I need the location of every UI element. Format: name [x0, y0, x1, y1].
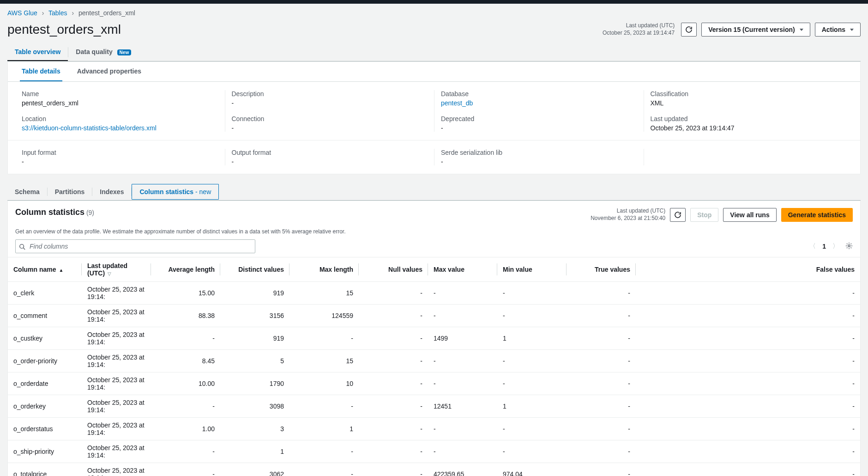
- cell-avg: -: [151, 327, 220, 350]
- detail-classification-value: XML: [651, 99, 847, 107]
- col-min-value-header[interactable]: Min value: [497, 257, 567, 282]
- table-row[interactable]: o_order-priorityOctober 25, 2023 at 19:1…: [8, 350, 860, 372]
- cell-name: o_order-priority: [8, 350, 82, 372]
- search-input[interactable]: [15, 239, 255, 253]
- breadcrumb-current: pentest_orders_xml: [78, 9, 135, 17]
- section-tab-column-statistics[interactable]: Column statistics - new: [132, 184, 219, 200]
- col-name-header[interactable]: Column name▲: [8, 257, 82, 282]
- cell-avg: 10.00: [151, 372, 220, 395]
- cell-maxv: -: [428, 418, 497, 440]
- breadcrumb-root[interactable]: AWS Glue: [7, 9, 37, 17]
- cell-minv: 1: [497, 395, 567, 418]
- breadcrumb: AWS Glue › Tables › pentest_orders_xml: [7, 4, 861, 20]
- col-false-header[interactable]: False values: [636, 257, 860, 282]
- table-row[interactable]: o_orderstatusOctober 25, 2023 at 19:14:1…: [8, 418, 860, 440]
- view-all-runs-button[interactable]: View all runs: [723, 208, 776, 222]
- cell-true: -: [567, 350, 636, 372]
- detail-connection-label: Connection: [232, 115, 428, 122]
- table-row[interactable]: o_custkeyOctober 25, 2023 at 19:14:-919-…: [8, 327, 860, 350]
- chevron-right-icon: ›: [42, 9, 44, 17]
- new-badge: New: [117, 49, 132, 55]
- cell-minv: -: [497, 372, 567, 395]
- cell-maxv: 1499: [428, 327, 497, 350]
- cell-null: -: [359, 418, 428, 440]
- cell-name: o_clerk: [8, 282, 82, 305]
- table-row[interactable]: o_orderkeyOctober 25, 2023 at 19:14:-309…: [8, 395, 860, 418]
- cell-maxv: -: [428, 305, 497, 327]
- section-tab-indexes[interactable]: Indexes: [92, 183, 131, 200]
- table-row[interactable]: o_totalpriceOctober 25, 2023 at 19:14:-3…: [8, 463, 860, 476]
- cell-true: -: [567, 282, 636, 305]
- cell-distinct: 919: [220, 327, 289, 350]
- cell-name: o_comment: [8, 305, 82, 327]
- cell-minv: -: [497, 418, 567, 440]
- cell-false: -: [636, 305, 860, 327]
- stats-refresh-button[interactable]: [670, 208, 686, 222]
- detail-description-label: Description: [232, 90, 428, 98]
- cell-updated: October 25, 2023 at 19:14:: [82, 372, 151, 395]
- version-dropdown[interactable]: Version 15 (Current version): [701, 23, 810, 37]
- detail-name-value: pentest_orders_xml: [22, 99, 218, 107]
- cell-avg: 15.00: [151, 282, 220, 305]
- cell-updated: October 25, 2023 at 19:14:: [82, 463, 151, 476]
- cell-true: -: [567, 418, 636, 440]
- pagination: 〈 1 〉: [809, 242, 853, 251]
- table-row[interactable]: o_ship-priorityOctober 25, 2023 at 19:14…: [8, 440, 860, 463]
- cell-avg: -: [151, 463, 220, 476]
- col-avg-length-header[interactable]: Average length: [151, 257, 220, 282]
- actions-dropdown[interactable]: Actions: [815, 23, 861, 37]
- cell-avg: -: [151, 440, 220, 463]
- cell-null: -: [359, 305, 428, 327]
- section-tabs: Schema Partitions Indexes Column statist…: [7, 183, 861, 201]
- detail-deprecated-label: Deprecated: [441, 115, 637, 122]
- detail-database-link[interactable]: pentest_db: [441, 99, 473, 107]
- cell-maxlen: -: [289, 463, 359, 476]
- refresh-icon: [685, 26, 693, 33]
- cell-maxv: 422359.65: [428, 463, 497, 476]
- detail-deprecated-value: -: [441, 124, 637, 132]
- cell-maxv: -: [428, 282, 497, 305]
- table-row[interactable]: o_clerkOctober 25, 2023 at 19:14:15.0091…: [8, 282, 860, 305]
- refresh-button[interactable]: [681, 23, 697, 37]
- detail-location-link[interactable]: s3://kietduon-column-statistics-table/or…: [22, 124, 157, 132]
- table-row[interactable]: o_commentOctober 25, 2023 at 19:14:88.38…: [8, 305, 860, 327]
- tab-data-quality[interactable]: Data quality New: [68, 43, 139, 61]
- cell-null: -: [359, 327, 428, 350]
- prev-page-button[interactable]: 〈: [809, 242, 816, 250]
- table-row[interactable]: o_orderdateOctober 25, 2023 at 19:14:10.…: [8, 372, 860, 395]
- settings-button[interactable]: [845, 242, 853, 251]
- stop-button[interactable]: Stop: [690, 208, 718, 222]
- cell-null: -: [359, 440, 428, 463]
- cell-maxv: 12451: [428, 395, 497, 418]
- cell-distinct: 5: [220, 350, 289, 372]
- col-max-length-header[interactable]: Max length: [289, 257, 359, 282]
- detail-description-value: -: [232, 99, 428, 107]
- section-tab-partitions[interactable]: Partitions: [48, 183, 92, 200]
- col-max-value-header[interactable]: Max value: [428, 257, 497, 282]
- caret-down-icon: [800, 29, 803, 31]
- subtab-advanced-properties[interactable]: Advanced properties: [75, 62, 143, 81]
- detail-output-format-label: Output format: [232, 149, 428, 156]
- svg-point-1: [848, 244, 850, 246]
- detail-name-label: Name: [22, 90, 218, 98]
- next-page-button[interactable]: 〉: [832, 242, 839, 250]
- cell-false: -: [636, 372, 860, 395]
- subtab-table-details[interactable]: Table details: [20, 62, 62, 81]
- cell-true: -: [567, 463, 636, 476]
- cell-maxv: -: [428, 372, 497, 395]
- col-null-header[interactable]: Null values: [359, 257, 428, 282]
- col-distinct-header[interactable]: Distinct values: [220, 257, 289, 282]
- section-tab-schema[interactable]: Schema: [7, 183, 47, 200]
- cell-distinct: 1: [220, 440, 289, 463]
- cell-updated: October 25, 2023 at 19:14:: [82, 418, 151, 440]
- cell-distinct: 919: [220, 282, 289, 305]
- col-updated-header[interactable]: Last updated (UTC)▽: [82, 257, 151, 282]
- generate-statistics-button[interactable]: Generate statistics: [781, 208, 853, 222]
- breadcrumb-tables[interactable]: Tables: [48, 9, 67, 17]
- col-true-header[interactable]: True values: [567, 257, 636, 282]
- cell-maxlen: 124559: [289, 305, 359, 327]
- tab-table-overview[interactable]: Table overview: [7, 43, 68, 61]
- cell-maxlen: 1: [289, 418, 359, 440]
- detail-classification-label: Classification: [651, 90, 847, 98]
- cell-null: -: [359, 350, 428, 372]
